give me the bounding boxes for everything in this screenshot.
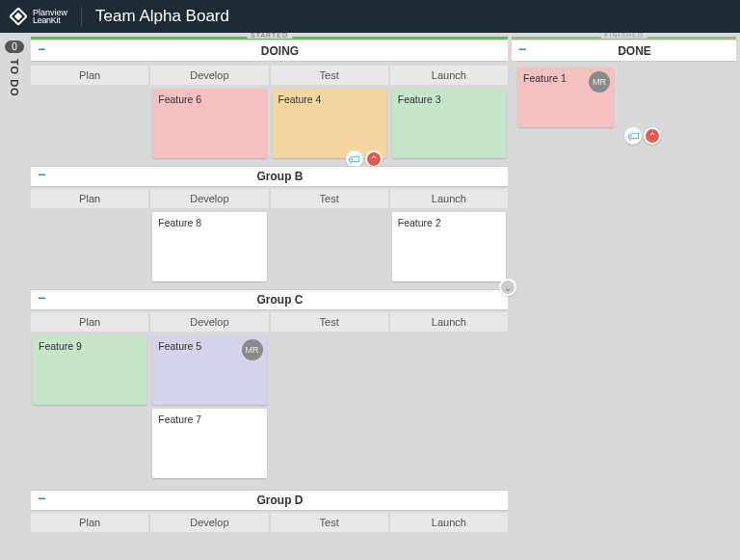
card-title: Feature 9	[39, 340, 82, 352]
card-title: Feature 4	[278, 93, 322, 105]
card-title: Feature 8	[158, 217, 201, 228]
column-done: FINISHED − DONE Feature 1 MR 🏷 ⌃	[512, 37, 736, 556]
lane-launch[interactable]: Feature 2	[390, 210, 508, 287]
subheader-launch[interactable]: Launch	[390, 312, 508, 332]
card-feature-8[interactable]: Feature 8	[152, 212, 266, 281]
group-a-lanes: Feature 6 Feature 4 🏷 ⌃	[31, 87, 508, 164]
subheader-develop[interactable]: Develop	[150, 513, 268, 532]
doing-title: DOING	[52, 44, 508, 58]
card-title: Feature 6	[158, 93, 201, 105]
todo-count-badge: 0	[5, 40, 24, 53]
card-feature-3[interactable]: Feature 3	[392, 89, 506, 158]
todo-label: TO DO	[9, 59, 20, 97]
card-title: Feature 2	[398, 217, 441, 228]
header-divider	[81, 7, 82, 26]
collapse-toggle-group-b[interactable]: −	[35, 171, 48, 182]
subheader-plan[interactable]: Plan	[31, 513, 148, 532]
subheader-plan[interactable]: Plan	[31, 312, 148, 332]
group-d-title: Group D	[52, 493, 508, 507]
card-feature-2[interactable]: Feature 2	[392, 212, 506, 281]
subheader-plan[interactable]: Plan	[31, 66, 148, 85]
lane-develop[interactable]: Feature 5 MR Feature 7	[150, 333, 268, 488]
subheader-test[interactable]: Test	[271, 513, 388, 532]
lane-test[interactable]	[271, 333, 388, 488]
board-area: 0 TO DO STARTED − DOING Plan Develop Tes…	[0, 33, 740, 560]
collapse-toggle-done[interactable]: −	[515, 45, 529, 57]
doing-title-row: − DOING	[31, 40, 508, 62]
stage-bar-finished: FINISHED	[512, 37, 736, 40]
lane-plan[interactable]	[31, 210, 148, 287]
brand-logo: Planview LeanKit	[12, 9, 67, 24]
lane-develop[interactable]: Feature 6	[150, 87, 268, 164]
collapse-toggle-group-c[interactable]: −	[35, 294, 48, 306]
brand-line2: LeanKit	[33, 16, 67, 24]
logo-icon	[9, 7, 28, 26]
subheader-plan[interactable]: Plan	[31, 189, 148, 208]
group-c: − Group C Plan Develop Test Launch Featu…	[31, 289, 508, 488]
done-title: DONE	[533, 44, 736, 58]
card-feature-6[interactable]: Feature 6	[152, 89, 266, 158]
group-a-subheaders: Plan Develop Test Launch	[31, 66, 508, 85]
card-title: Feature 7	[158, 413, 201, 425]
subheader-develop[interactable]: Develop	[150, 189, 268, 208]
chevron-down-icon[interactable]: ⌄	[499, 279, 516, 296]
card-feature-7[interactable]: Feature 7	[152, 409, 266, 478]
stage-bar-started: STARTED	[31, 37, 508, 40]
subheader-test[interactable]: Test	[271, 312, 388, 332]
card-feature-5[interactable]: Feature 5 MR	[152, 335, 266, 405]
subheader-develop[interactable]: Develop	[150, 312, 268, 332]
column-doing: STARTED − DOING Plan Develop Test Launch	[31, 37, 508, 556]
card-title: Feature 1	[523, 72, 567, 84]
columns: STARTED − DOING Plan Develop Test Launch	[29, 33, 740, 560]
avatar[interactable]: MR	[242, 339, 263, 360]
lane-test[interactable]: Feature 4 🏷 ⌃	[271, 87, 388, 164]
subheader-launch[interactable]: Launch	[390, 189, 508, 208]
card-feature-9[interactable]: Feature 9	[33, 335, 146, 405]
collapse-toggle-doing[interactable]: −	[35, 45, 48, 57]
stage-label-finished: FINISHED	[600, 33, 648, 39]
group-b: − Group B Plan Develop Test Launch Featu…	[31, 166, 508, 287]
lane-launch[interactable]	[390, 333, 508, 488]
lane-launch[interactable]: Feature 3	[390, 87, 508, 164]
lane-test[interactable]	[271, 210, 388, 287]
todo-rail[interactable]: 0 TO DO	[0, 33, 29, 560]
group-b-title: Group B	[52, 170, 508, 183]
group-d: − Group D Plan Develop Test Launch	[31, 490, 508, 532]
tag-icon[interactable]: 🏷	[624, 127, 642, 145]
card-title: Feature 3	[398, 93, 441, 105]
avatar[interactable]: MR	[589, 71, 610, 93]
subheader-develop[interactable]: Develop	[150, 66, 268, 85]
board-title: Team Alpha Board	[95, 7, 229, 26]
card-feature-4[interactable]: Feature 4 🏷 ⌃	[273, 89, 386, 158]
lane-develop[interactable]: Feature 8	[150, 210, 268, 287]
collapse-toggle-group-d[interactable]: −	[35, 494, 48, 506]
group-c-title: Group C	[52, 293, 508, 307]
group-a: Plan Develop Test Launch Feature 6 Featu…	[31, 64, 508, 164]
card-title: Feature 5	[158, 340, 201, 352]
subheader-launch[interactable]: Launch	[390, 513, 508, 532]
done-title-row: − DONE	[512, 40, 736, 62]
stage-label-started: STARTED	[247, 33, 292, 39]
alert-icon[interactable]: ⌃	[644, 127, 661, 145]
card-feature-1[interactable]: Feature 1 MR	[517, 67, 614, 127]
done-body[interactable]: Feature 1 MR 🏷 ⌃	[512, 62, 736, 556]
lane-plan[interactable]	[31, 87, 148, 164]
app-header: Planview LeanKit Team Alpha Board	[0, 0, 740, 33]
subheader-test[interactable]: Test	[271, 66, 388, 85]
subheader-launch[interactable]: Launch	[390, 66, 508, 85]
lane-plan[interactable]: Feature 9	[31, 333, 148, 488]
subheader-test[interactable]: Test	[271, 189, 388, 208]
